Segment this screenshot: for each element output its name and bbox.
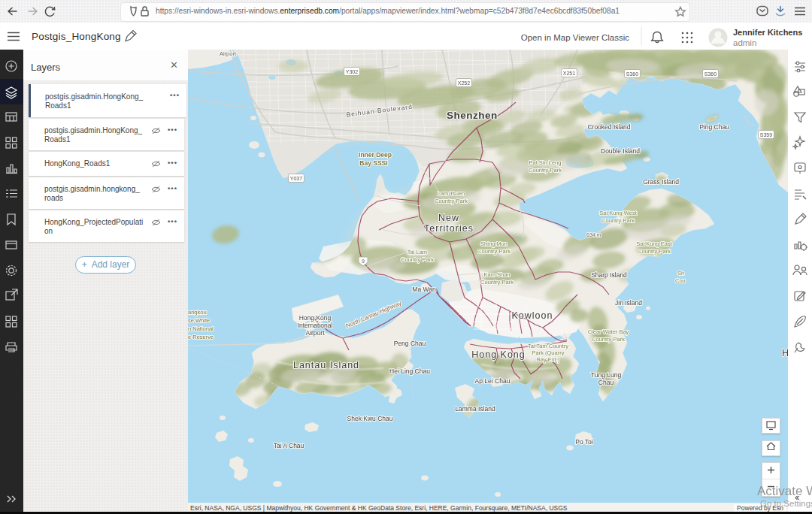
svg-text:Hong Kong: Hong Kong [299, 314, 332, 322]
svg-text:Grass Island: Grass Island [643, 178, 679, 186]
svg-text:Territories: Territories [424, 223, 474, 234]
svg-text:S360: S360 [704, 71, 717, 77]
svg-text:Inner Deep: Inner Deep [359, 151, 392, 159]
svg-text:Chau: Chau [598, 379, 614, 386]
svg-text:Jin Island: Jin Island [615, 299, 642, 307]
svg-text:Tai Lam: Tai Lam [408, 249, 427, 255]
svg-text:Postgis_HongKong: Postgis_HongKong [32, 31, 121, 42]
svg-text:Open in Map Viewer Classic: Open in Map Viewer Classic [521, 33, 629, 42]
svg-text:X252: X252 [458, 80, 470, 86]
svg-text:S359: S359 [760, 132, 772, 138]
svg-text:Ap Lei Chau: Ap Lei Chau [475, 377, 511, 385]
svg-text:Crooked Island: Crooked Island [587, 123, 630, 131]
svg-text:Tai Tam Country: Tai Tam Country [528, 343, 568, 349]
svg-text:Country Park: Country Park [401, 256, 434, 263]
svg-text:Peng Chau: Peng Chau [394, 340, 426, 347]
svg-text:Cou: Cou [675, 277, 686, 284]
svg-text:Ma Wan: Ma Wan [412, 286, 436, 293]
svg-text:634 m: 634 m [586, 232, 601, 237]
svg-text:9: 9 [362, 259, 365, 264]
svg-text:Sai Kung West: Sai Kung West [599, 210, 637, 216]
svg-text:Bay SSSI: Bay SSSI [359, 159, 387, 167]
svg-text:Hong Kong: Hong Kong [471, 349, 526, 360]
svg-text:admin: admin [733, 38, 756, 47]
svg-text:Sai Kung East: Sai Kung East [636, 240, 672, 247]
svg-text:Shing Mun: Shing Mun [480, 240, 508, 247]
svg-text:Country Park: Country Park [477, 248, 511, 255]
svg-text:Country Park: Country Park [480, 279, 514, 286]
svg-text:Kowloon: Kowloon [512, 310, 553, 321]
svg-text:Hei Ling Chau: Hei Ling Chau [389, 367, 430, 375]
svg-text:New: New [438, 213, 459, 223]
svg-text:se White: se White [188, 317, 210, 324]
svg-text:Y302: Y302 [346, 69, 358, 74]
svg-text:Airport: Airport [220, 50, 237, 57]
svg-text:Po Toi: Po Toi [575, 438, 593, 446]
svg-text:Lamma Island: Lamma Island [455, 405, 495, 413]
svg-text:Ping Chau: Ping Chau [699, 123, 729, 131]
svg-text:Country Park: Country Park [638, 248, 671, 255]
svg-text:Country Park: Country Park [435, 198, 468, 204]
svg-text:Park (Quarry: Park (Quarry [532, 349, 565, 356]
svg-text:e Reserve: e Reserve [188, 334, 214, 340]
svg-text:Lantau Island: Lantau Island [293, 360, 359, 370]
svg-text:Lam Tsuen: Lam Tsuen [438, 190, 465, 197]
svg-text:Double Island: Double Island [601, 147, 640, 155]
svg-text:Country Park: Country Park [601, 217, 635, 224]
svg-text:Country Park: Country Park [529, 167, 562, 174]
svg-text:Shenzhen: Shenzhen [447, 110, 498, 121]
svg-text:Pat Sin Leng: Pat Sin Leng [529, 159, 562, 166]
svg-text:Sharp Island: Sharp Island [591, 271, 627, 279]
svg-text:Sh: Sh [677, 270, 684, 277]
svg-text:Country Park: Country Park [592, 336, 625, 343]
svg-text:Clear Water Bay: Clear Water Bay [588, 328, 629, 335]
svg-text:Tai A Chau: Tai A Chau [274, 442, 304, 449]
svg-text:Ho: Ho [782, 348, 788, 358]
svg-text:Jennifer Kitchens: Jennifer Kitchens [733, 28, 802, 37]
svg-text:n National: n National [188, 325, 214, 332]
svg-text:Bay Ext.): Bay Ext.) [537, 356, 560, 363]
svg-text:International: International [298, 322, 333, 329]
svg-text:Tung Lung: Tung Lung [591, 371, 622, 379]
svg-text:Y037: Y037 [290, 176, 302, 181]
svg-text:X251: X251 [563, 71, 575, 76]
svg-text:angkou: angkou [188, 309, 207, 316]
svg-text:S360: S360 [626, 71, 638, 77]
svg-text:Airport: Airport [305, 329, 325, 337]
svg-text:Kam Shan: Kam Shan [483, 271, 510, 278]
svg-text:Shek Kwu Chau: Shek Kwu Chau [347, 415, 393, 422]
